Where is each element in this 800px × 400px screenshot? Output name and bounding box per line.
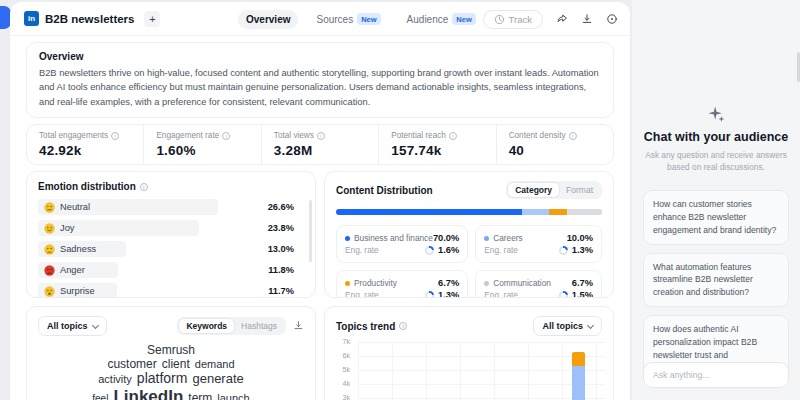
info-icon[interactable]: i [222, 132, 230, 140]
cloud-word[interactable]: client [162, 358, 190, 371]
emotion-row[interactable]: Sadness13.0% [38, 241, 304, 257]
emotion-sadness-icon [44, 244, 55, 255]
cloud-word[interactable]: term [188, 392, 212, 400]
cloud-word[interactable]: launch [217, 392, 249, 400]
emotion-bar: Joy [38, 220, 199, 236]
toggle-hashtags[interactable]: Hashtags [234, 319, 284, 333]
cloud-word[interactable]: Semrush [147, 344, 195, 357]
chat-sidebar: Chat with your audience Ask any question… [632, 0, 800, 400]
cloud-word[interactable]: demand [195, 358, 235, 370]
track-button[interactable]: Track [483, 10, 543, 29]
new-badge: New [357, 13, 380, 25]
tab-sources[interactable]: SourcesNew [308, 9, 388, 29]
distribution-segment [549, 209, 568, 215]
add-tab-button[interactable]: + [144, 11, 160, 27]
eng-rate-value: 1.6% [438, 245, 459, 255]
emotion-value: 11.8% [268, 265, 294, 275]
tab-audience[interactable]: AudienceNew [399, 9, 484, 29]
emotion-neutral-icon [44, 202, 55, 213]
tab-label: Audience [407, 14, 449, 25]
toggle-category[interactable]: Category [508, 183, 559, 197]
eng-rate-value: 1.3% [572, 245, 593, 255]
category-card-row: Eng. rate1.5% [484, 290, 593, 298]
stat-item: Content densityi40 [496, 125, 613, 164]
category-card[interactable]: Careers10.0%Eng. rate1.3% [475, 225, 602, 263]
share-icon[interactable] [555, 13, 568, 26]
track-label: Track [509, 14, 532, 25]
topics-dropdown[interactable]: All topics [38, 316, 107, 336]
main-tabs: OverviewSourcesNewAudienceNew [238, 2, 484, 36]
category-dot [345, 236, 350, 241]
ask-anything-input[interactable] [643, 362, 789, 388]
info-icon[interactable]: i [449, 132, 457, 140]
eng-rate-pie-icon [559, 246, 568, 255]
sparkle-icon [706, 104, 726, 124]
trend-bar[interactable] [572, 352, 585, 400]
toggle-keywords[interactable]: Keywords [179, 319, 234, 333]
status-circle-icon[interactable] [605, 13, 618, 26]
emotion-panel-title: Emotion distribution [38, 181, 136, 192]
emotion-value: 13.0% [268, 244, 294, 254]
download-cloud-icon[interactable] [293, 317, 304, 335]
tab-overview[interactable]: Overview [238, 10, 298, 29]
suggested-question[interactable]: What automation features streamline B2B … [643, 253, 789, 308]
dashboard-panel: in B2B newsletters + OverviewSourcesNewA… [10, 2, 630, 400]
category-card[interactable]: Communication6.7%Eng. rate1.5% [475, 270, 602, 298]
suggested-question[interactable]: How can customer stories enhance B2B new… [643, 190, 789, 245]
cloud-word[interactable]: LinkedIn [113, 387, 183, 400]
project-title: B2B newsletters [45, 13, 134, 25]
info-icon[interactable]: i [140, 183, 148, 191]
toggle-format[interactable]: Format [559, 183, 600, 197]
info-icon[interactable]: i [317, 132, 325, 140]
cloud-row: Semrush [38, 344, 304, 357]
stat-item: Total viewsi3.28M [261, 125, 378, 164]
cloud-word[interactable]: platform [137, 371, 188, 387]
category-card[interactable]: Business and finance70.0%Eng. rate1.6% [336, 225, 468, 263]
emotion-value: 26.6% [268, 202, 294, 212]
info-icon[interactable]: i [569, 132, 577, 140]
emotion-label: Sadness [60, 244, 96, 254]
eng-rate-group: 1.3% [425, 290, 459, 298]
category-value: 10.0% [567, 233, 593, 243]
emotion-row[interactable]: Anger11.8% [38, 262, 304, 278]
info-icon[interactable]: i [111, 132, 119, 140]
cloud-word[interactable]: customer [107, 358, 156, 371]
emotion-value: 23.8% [268, 223, 294, 233]
stat-value: 1.60% [156, 143, 248, 158]
emotion-row[interactable]: Neutral26.6% [38, 199, 304, 215]
trend-topics-dropdown[interactable]: All topics [533, 316, 602, 336]
emotion-bar: Sadness [38, 241, 126, 257]
emotion-anger-icon [44, 265, 55, 276]
emotion-label: Joy [60, 223, 74, 233]
tab-label: Overview [246, 14, 290, 25]
overview-summary: Overview B2B newsletters thrive on high-… [26, 42, 614, 118]
chevron-down-icon [587, 322, 594, 329]
cloud-word[interactable]: generate [192, 372, 243, 387]
page: in B2B newsletters + OverviewSourcesNewA… [0, 0, 800, 400]
stat-value: 40 [509, 143, 601, 158]
eng-rate-value: 1.3% [438, 290, 459, 298]
category-card-row: Business and finance70.0% [345, 233, 459, 243]
emotion-label: Surprise [60, 286, 95, 296]
category-card[interactable]: Productivity6.7%Eng. rate1.3% [336, 270, 468, 298]
stat-label-row: Engagement ratei [156, 131, 248, 140]
emotion-bar: Anger [38, 262, 118, 278]
eng-rate-value: 1.5% [572, 290, 593, 298]
cloud-word[interactable]: feel [92, 393, 108, 400]
info-icon[interactable]: i [399, 322, 407, 330]
category-dot [484, 281, 489, 286]
emotion-row[interactable]: Joy23.8% [38, 220, 304, 236]
cloud-word[interactable]: activity [98, 373, 132, 385]
eng-rate-label: Eng. rate [484, 245, 518, 255]
stat-value: 3.28M [274, 143, 366, 158]
emotion-scrollbar[interactable] [309, 200, 312, 262]
y-axis-tick: 4k [343, 380, 350, 387]
category-dot [345, 281, 350, 286]
category-format-toggle: CategoryFormat [506, 181, 602, 199]
category-card-row: Careers10.0% [484, 233, 593, 243]
download-icon[interactable] [580, 13, 593, 26]
y-axis-tick: 3k [343, 394, 350, 400]
topics-dropdown-label: All topics [47, 321, 88, 331]
wordcloud-panel: All topics KeywordsHashtags Semrushcusto… [26, 306, 316, 400]
emotion-row[interactable]: Surprise11.7% [38, 283, 304, 298]
